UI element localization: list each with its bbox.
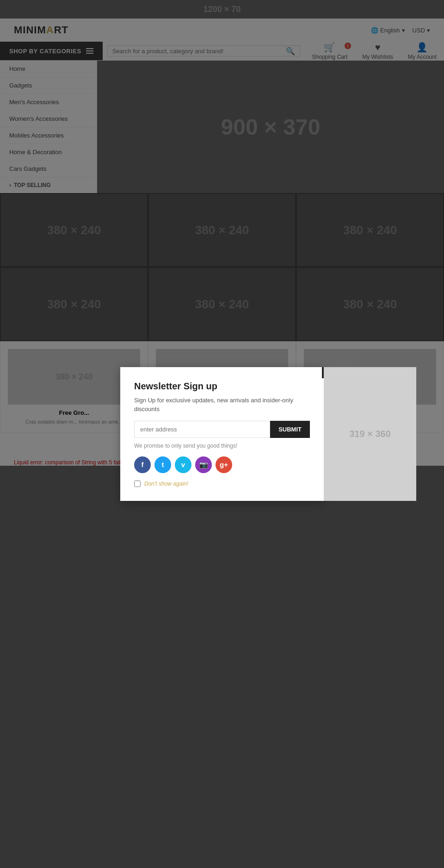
modal-right-image: 319 × 360 bbox=[324, 367, 416, 500]
modal-description: Sign Up for exclusive updates, new arriv… bbox=[134, 396, 310, 413]
social-icons: f t v 📷 g+ bbox=[134, 456, 310, 473]
facebook-icon[interactable]: f bbox=[134, 456, 151, 473]
twitter-icon[interactable]: t bbox=[154, 456, 171, 473]
modal-input-row: SUBMIT bbox=[134, 421, 310, 438]
instagram-icon[interactable]: 📷 bbox=[195, 456, 212, 473]
dont-show-checkbox[interactable] bbox=[134, 481, 141, 487]
vimeo-icon[interactable]: v bbox=[175, 456, 191, 473]
google-plus-icon[interactable]: g+ bbox=[216, 456, 232, 473]
newsletter-modal: × 319 × 360 Newsletter Sign up Sign Up f… bbox=[120, 367, 324, 500]
newsletter-email-input[interactable] bbox=[134, 421, 270, 438]
modal-title: Newsletter Sign up bbox=[134, 381, 310, 392]
dont-show-label: Don't show again! bbox=[144, 481, 188, 487]
newsletter-submit-button[interactable]: SUBMIT bbox=[270, 421, 310, 438]
modal-overlay: × 319 × 360 Newsletter Sign up Sign Up f… bbox=[0, 0, 444, 868]
dont-show-row: Don't show again! bbox=[134, 481, 310, 487]
modal-promise: We promise to only send you good things! bbox=[134, 443, 310, 449]
